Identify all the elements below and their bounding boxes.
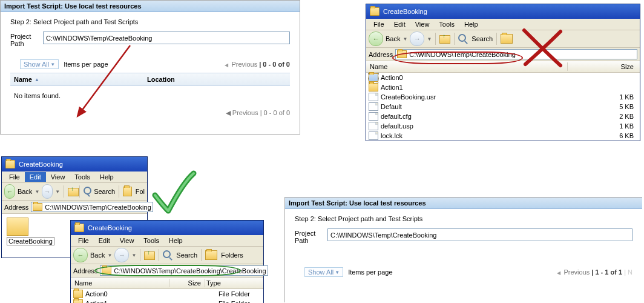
chevron-down-icon[interactable]: ▼ xyxy=(402,36,407,42)
file-list[interactable]: Action0File FolderAction1File Folder xyxy=(71,289,263,303)
show-all-dropdown[interactable]: Show All▼ xyxy=(20,59,59,69)
menubar[interactable]: File Edit View Tools Help xyxy=(71,235,263,247)
address-field[interactable]: C:\WINDOWS\Temp\CreateBooking xyxy=(31,202,153,212)
col-name[interactable]: Name xyxy=(73,279,169,287)
chevron-down-icon: ▼ xyxy=(50,62,55,67)
chevron-down-icon[interactable]: ▼ xyxy=(55,189,60,195)
chevron-down-icon[interactable]: ▼ xyxy=(107,253,112,258)
annotation-red-ring xyxy=(392,52,523,64)
list-item[interactable]: default.cfg2 KB xyxy=(366,112,640,121)
menu-help[interactable]: Help xyxy=(95,172,119,182)
window-title: CreateBooking xyxy=(88,224,132,231)
show-all-dropdown[interactable]: Show All▼ xyxy=(304,267,343,277)
menu-help[interactable]: Help xyxy=(164,236,188,245)
menu-help[interactable]: Help xyxy=(459,19,483,29)
menu-tools[interactable]: Tools xyxy=(139,236,164,245)
menu-view[interactable]: View xyxy=(46,172,70,182)
file-size: 1 KB xyxy=(603,122,637,130)
list-item[interactable]: lock.lck6 KB xyxy=(366,131,640,141)
menu-edit[interactable]: Edit xyxy=(389,19,410,29)
up-folder-button[interactable]: ↑ xyxy=(439,34,450,44)
menu-tools[interactable]: Tools xyxy=(434,19,459,29)
file-name: Action1 xyxy=(381,84,603,91)
file-list[interactable]: Action0Action1CreateBooking.usr1 KBDefau… xyxy=(366,73,640,141)
menu-tools[interactable]: Tools xyxy=(70,172,95,182)
window-title: CreateBooking xyxy=(19,161,63,168)
menu-file[interactable]: File xyxy=(369,19,389,29)
col-size[interactable]: Size xyxy=(568,62,637,71)
menu-edit[interactable]: Edit xyxy=(94,236,115,245)
explorer-window-wrong: CreateBooking File Edit View Tools Help … xyxy=(366,4,640,141)
menu-view[interactable]: View xyxy=(115,236,139,245)
search-label[interactable]: Search xyxy=(472,35,493,42)
titlebar[interactable]: CreateBooking xyxy=(366,4,640,19)
folders-label[interactable]: Folders xyxy=(221,251,243,259)
col-name[interactable]: Name xyxy=(14,76,32,83)
step-text: Step 2: Select Project path and Test Scr… xyxy=(285,209,642,226)
forward-button[interactable]: → xyxy=(42,184,53,199)
folder-icon[interactable] xyxy=(7,218,28,236)
panel-header: Import Test Script: Use local test resou… xyxy=(285,198,642,209)
back-button[interactable]: ← xyxy=(73,248,88,262)
file-icon xyxy=(369,132,378,140)
chevron-down-icon[interactable]: ▼ xyxy=(131,253,136,258)
step-text: Step 2: Select Project path and Test Scr… xyxy=(1,12,300,29)
col-size[interactable]: Size xyxy=(169,279,205,287)
project-path-label: Project Path xyxy=(10,32,43,47)
col-type[interactable]: Type xyxy=(205,279,261,287)
forward-button[interactable]: → xyxy=(114,248,129,262)
pager-prev-label[interactable]: Previous xyxy=(231,61,257,68)
folder-icon xyxy=(73,290,83,298)
chevron-down-icon[interactable]: ▼ xyxy=(427,36,432,42)
back-button[interactable]: ← xyxy=(369,32,383,46)
col-location[interactable]: Location xyxy=(147,76,175,83)
back-button[interactable]: ← xyxy=(4,184,15,199)
folder-icon xyxy=(369,73,378,82)
project-path-input[interactable] xyxy=(327,228,632,241)
pager-top: ◀ Previous | 1 - 1 of 1 | N xyxy=(557,268,632,276)
titlebar[interactable]: CreateBooking xyxy=(71,221,263,235)
list-item[interactable]: Action0 xyxy=(366,73,640,82)
search-icon[interactable] xyxy=(84,187,91,196)
forward-button[interactable]: → xyxy=(410,32,424,46)
search-icon[interactable] xyxy=(163,250,172,260)
panel-header: Import Test Script: Use local test resou… xyxy=(1,1,300,12)
import-panel-1: Import Test Script: Use local test resou… xyxy=(0,0,300,135)
menu-file[interactable]: File xyxy=(73,236,94,245)
pager-prev-label[interactable]: Previous xyxy=(564,268,590,276)
folders-button[interactable] xyxy=(123,187,132,196)
menu-file[interactable]: File xyxy=(4,172,25,182)
file-name[interactable]: CreateBooking xyxy=(7,237,54,245)
list-item[interactable]: Action1File Folder xyxy=(71,299,263,303)
toolbar: ← Back ▼ → ▼ ↑ Search Folders xyxy=(71,247,263,264)
list-item[interactable]: CreateBooking.usr1 KB xyxy=(366,92,640,102)
menu-edit[interactable]: Edit xyxy=(25,172,46,182)
up-folder-button[interactable]: ↑ xyxy=(144,250,155,260)
list-item[interactable]: default.usp1 KB xyxy=(366,121,640,131)
search-label[interactable]: Search xyxy=(94,188,115,195)
toolbar: ← Back ▼ → ▼ ↑ Search Fol xyxy=(2,183,147,201)
up-folder-button[interactable]: ↑ xyxy=(68,187,76,196)
file-size: 2 KB xyxy=(603,113,637,120)
menubar[interactable]: File Edit View Tools Help xyxy=(2,171,147,183)
list-item[interactable]: Default5 KB xyxy=(366,102,640,112)
file-name: Action0 xyxy=(381,74,603,81)
svg-line-0 xyxy=(77,45,130,116)
list-item[interactable]: Action0File Folder xyxy=(71,289,263,299)
address-value: C:\WINDOWS\Temp\CreateBooking xyxy=(45,204,151,211)
address-label: Address xyxy=(369,51,393,58)
chevron-down-icon[interactable]: ▼ xyxy=(34,189,39,195)
folders-button[interactable] xyxy=(205,250,217,260)
chevron-down-icon: ▼ xyxy=(335,270,340,275)
search-icon[interactable] xyxy=(458,34,468,44)
search-label[interactable]: Search xyxy=(176,251,197,259)
file-size: 6 KB xyxy=(603,132,637,139)
pager-prev-label[interactable]: Previous xyxy=(232,109,258,116)
titlebar[interactable]: CreateBooking xyxy=(2,157,147,171)
list-item[interactable]: Action1 xyxy=(366,82,640,92)
pager-prev-icon: ◀ xyxy=(226,109,231,116)
menu-view[interactable]: View xyxy=(410,19,435,29)
menubar[interactable]: File Edit View Tools Help xyxy=(366,19,640,30)
file-name: CreateBooking.usr xyxy=(381,93,603,101)
folders-button[interactable] xyxy=(501,34,513,44)
